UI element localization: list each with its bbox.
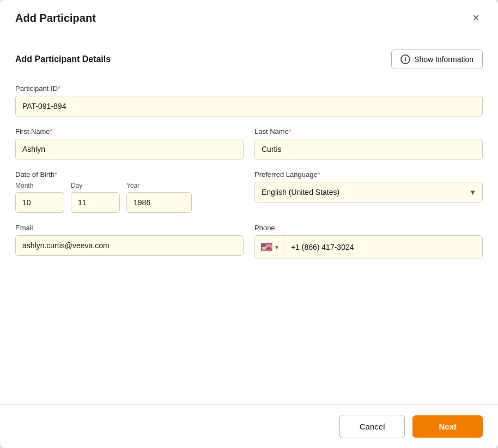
email-group: Email [15, 224, 244, 259]
dob-year-label: Year [126, 182, 192, 189]
last-name-label: Last Name* [254, 127, 483, 136]
section-header: Add Participant Details i Show Informati… [15, 50, 483, 69]
participant-id-group: Participant ID* [15, 84, 483, 116]
phone-field: 🇺🇸 ▼ [254, 235, 483, 259]
modal-footer: Cancel Next [0, 404, 498, 448]
dob-fields: Month Day Year [15, 182, 244, 213]
show-information-label: Show Information [414, 55, 473, 64]
last-name-group: Last Name* [254, 127, 483, 159]
name-row: First Name* Last Name* [15, 127, 483, 159]
phone-label: Phone [254, 224, 483, 232]
dob-day-group: Day [71, 182, 120, 213]
dob-year-input[interactable] [126, 192, 192, 213]
dob-month-group: Month [15, 182, 64, 213]
phone-flag-selector[interactable]: 🇺🇸 ▼ [255, 236, 284, 259]
preferred-language-select-wrapper: English (United States) ▼ [254, 182, 483, 202]
preferred-language-label: Preferred Language* [254, 170, 483, 179]
phone-group: Phone 🇺🇸 ▼ [254, 224, 483, 259]
participant-id-label: Participant ID* [15, 84, 483, 93]
dob-group: Date of Birth* Month Day Year [15, 170, 244, 213]
modal-body: Add Participant Details i Show Informati… [0, 34, 498, 404]
dob-language-row: Date of Birth* Month Day Year [15, 170, 483, 213]
dob-month-label: Month [15, 182, 64, 189]
dob-label: Date of Birth* [15, 170, 244, 179]
dob-month-input[interactable] [15, 192, 64, 213]
first-name-input[interactable] [15, 139, 244, 159]
cancel-button[interactable]: Cancel [339, 415, 405, 438]
dob-year-group: Year [126, 182, 192, 213]
email-input[interactable] [15, 235, 244, 256]
first-name-label: First Name* [15, 127, 244, 136]
preferred-language-group: Preferred Language* English (United Stat… [254, 170, 483, 213]
flag-emoji: 🇺🇸 [260, 241, 272, 253]
dob-day-input[interactable] [71, 192, 120, 213]
preferred-language-select[interactable]: English (United States) [254, 182, 483, 202]
info-icon: i [400, 54, 410, 64]
add-participant-modal: Add Participant × Add Participant Detail… [0, 0, 498, 448]
participant-id-input[interactable] [15, 96, 483, 116]
modal-header: Add Participant × [0, 0, 498, 34]
dob-day-label: Day [71, 182, 120, 189]
section-title: Add Participant Details [15, 54, 111, 64]
show-information-button[interactable]: i Show Information [391, 50, 483, 69]
first-name-group: First Name* [15, 127, 244, 159]
phone-input[interactable] [284, 237, 482, 257]
modal-title: Add Participant [15, 12, 96, 24]
email-label: Email [15, 224, 244, 232]
last-name-input[interactable] [254, 139, 483, 159]
flag-chevron-icon: ▼ [274, 244, 280, 250]
email-phone-row: Email Phone 🇺🇸 ▼ [15, 224, 483, 259]
close-button[interactable]: × [469, 11, 483, 25]
next-button[interactable]: Next [412, 415, 483, 438]
participant-id-row: Participant ID* [15, 84, 483, 116]
